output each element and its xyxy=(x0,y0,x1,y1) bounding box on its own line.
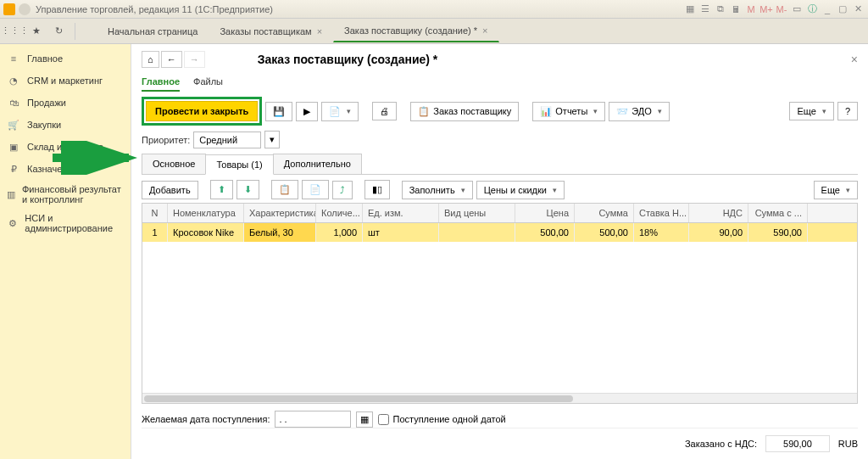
subtab-main[interactable]: Главное xyxy=(142,73,180,92)
td-unit: шт xyxy=(363,223,439,242)
doc-close-icon[interactable]: × xyxy=(851,53,858,66)
close-icon[interactable]: ✕ xyxy=(851,3,865,15)
subtab2-extra[interactable]: Дополнительно xyxy=(273,154,362,174)
subtab-files[interactable]: Файлы xyxy=(193,73,223,92)
back-icon[interactable] xyxy=(19,3,31,15)
submit-close-button[interactable]: Провести и закрыть xyxy=(146,101,258,121)
post-button[interactable]: ▶ xyxy=(296,102,318,121)
desired-date-label: Желаемая дата поступления: xyxy=(142,414,270,424)
pie-icon: ◔ xyxy=(7,74,20,87)
link-button[interactable]: ⤴ xyxy=(332,181,353,199)
single-date-label: Поступление одной датой xyxy=(392,414,505,424)
copy-button[interactable]: 📋 xyxy=(271,180,298,199)
doc-subtabs2: Основное Товары (1) Дополнительно xyxy=(142,154,858,175)
fill-button[interactable]: Заполнить xyxy=(402,181,473,199)
nav-forward-button[interactable]: → xyxy=(184,51,205,68)
sidebar-item-sales[interactable]: 🛍Продажи xyxy=(0,92,131,114)
sidebar-item-finresult[interactable]: ▥Финансовый результат и контроллинг xyxy=(0,180,131,209)
subtab2-basic[interactable]: Основное xyxy=(142,154,206,174)
priority-row: Приоритет: ▾ xyxy=(142,131,858,148)
help-button[interactable]: ? xyxy=(837,102,858,120)
tab-home[interactable]: Начальная страница xyxy=(97,20,209,42)
horizontal-scrollbar[interactable] xyxy=(142,393,857,403)
tab-order-create[interactable]: Заказ поставщику (создание) *× xyxy=(333,20,498,42)
table-row[interactable]: 1 Кросовок Nike Белый, 30 1,000 шт 500,0… xyxy=(142,223,857,242)
window-tool-icon[interactable]: M+ xyxy=(760,3,773,15)
window-tool-icon[interactable]: M- xyxy=(775,3,788,15)
th-n[interactable]: N xyxy=(142,204,168,222)
print-button[interactable]: 🖨 xyxy=(372,102,397,120)
td-sum-vat: 590,00 xyxy=(748,223,808,242)
sidebar-item-crm[interactable]: ◔CRM и маркетинг xyxy=(0,70,131,92)
star-icon[interactable]: ★ xyxy=(27,22,46,41)
priority-dropdown-button[interactable]: ▾ xyxy=(264,131,280,148)
highlight-box: Провести и закрыть xyxy=(142,97,262,126)
move-down-button[interactable]: ⬇ xyxy=(236,180,259,199)
td-vat: 90,00 xyxy=(689,223,748,242)
window-tool-icon[interactable]: ☰ xyxy=(698,3,712,15)
th-nom[interactable]: Номенклатура xyxy=(168,204,244,222)
single-date-checkbox[interactable]: Поступление одной датой xyxy=(378,414,505,425)
total-label: Заказано с НДС: xyxy=(685,439,757,449)
subtab2-goods[interactable]: Товары (1) xyxy=(205,154,273,175)
th-vat[interactable]: НДС xyxy=(689,204,748,222)
sidebar-item-purchases[interactable]: 🛒Закупки xyxy=(0,114,131,136)
doc-toolbar: Провести и закрыть 💾 ▶ 📄 🖨 📋 Заказ поста… xyxy=(142,97,858,126)
nav-back-button[interactable]: ← xyxy=(161,51,182,68)
tab-orders[interactable]: Заказы поставщикам× xyxy=(209,20,333,42)
content: ⌂ ← → Заказ поставщику (создание) * × Гл… xyxy=(131,44,868,459)
window-tool-icon[interactable]: ⓘ xyxy=(805,3,819,15)
priority-input[interactable] xyxy=(193,132,261,148)
th-vat-rate[interactable]: Ставка Н... xyxy=(634,204,689,222)
window-tool-icon[interactable]: ⧉ xyxy=(714,3,727,15)
tab-close-icon[interactable]: × xyxy=(317,26,322,36)
app-logo-icon xyxy=(3,3,15,15)
sidebar-item-main[interactable]: ≡Главное xyxy=(0,48,131,70)
th-price[interactable]: Цена xyxy=(515,204,575,222)
date-picker-button[interactable]: ▦ xyxy=(356,411,373,428)
priority-label: Приоритет: xyxy=(142,135,190,145)
prices-button[interactable]: Цены и скидки xyxy=(476,181,565,199)
sidebar-item-nsi[interactable]: ⚙НСИ и администрирование xyxy=(0,209,131,238)
sidebar: ≡Главное ◔CRM и маркетинг 🛍Продажи 🛒Заку… xyxy=(0,44,131,459)
desired-date-input[interactable] xyxy=(275,411,351,428)
apps-icon[interactable]: ⋮⋮⋮ xyxy=(5,22,24,41)
order-supplier-button[interactable]: 📋 Заказ поставщику xyxy=(410,102,519,121)
minimize-icon[interactable]: _ xyxy=(821,3,834,15)
create-based-button[interactable]: 📄 xyxy=(321,102,359,121)
move-up-button[interactable]: ⬆ xyxy=(210,180,233,199)
paste-button[interactable]: 📄 xyxy=(302,180,329,199)
window-tool-icon[interactable]: 🖩 xyxy=(729,3,743,15)
box-icon: ▣ xyxy=(7,140,20,154)
add-button[interactable]: Добавить xyxy=(142,181,198,199)
td-sum: 500,00 xyxy=(575,223,634,242)
th-char[interactable]: Характеристика xyxy=(244,204,316,222)
highlight-arrow-icon xyxy=(53,141,137,175)
th-price-type[interactable]: Вид цены xyxy=(439,204,515,222)
reports-button[interactable]: 📊 Отчеты xyxy=(532,102,605,121)
td-char: Белый, 30 xyxy=(244,223,316,242)
tab-close-icon[interactable]: × xyxy=(482,25,487,36)
window-tool-icon[interactable]: ▭ xyxy=(790,3,804,15)
cart-icon: 🛒 xyxy=(7,118,20,132)
th-qty[interactable]: Количе... xyxy=(316,204,363,222)
window-tool-icon[interactable]: M xyxy=(744,3,758,15)
more-button[interactable]: Еще xyxy=(789,102,833,120)
gear-icon: ⚙ xyxy=(7,216,18,230)
th-sum[interactable]: Сумма xyxy=(575,204,634,222)
chart-icon: ▥ xyxy=(7,188,15,201)
barcode-button[interactable]: ▮▯ xyxy=(364,180,390,199)
th-unit[interactable]: Ед. изм. xyxy=(363,204,439,222)
th-sum-vat[interactable]: Сумма с ... xyxy=(748,204,808,222)
maximize-icon[interactable]: ▢ xyxy=(836,3,849,15)
single-date-checkbox-input[interactable] xyxy=(378,414,389,425)
bottom-row: Желаемая дата поступления: ▦ Поступление… xyxy=(142,411,858,428)
doc-header: ⌂ ← → Заказ поставщику (создание) * × xyxy=(142,51,858,68)
home-button[interactable]: ⌂ xyxy=(142,51,159,68)
tabbar: ⋮⋮⋮ ★ ↻ Начальная страница Заказы постав… xyxy=(0,19,868,44)
goods-more-button[interactable]: Еще xyxy=(814,181,858,199)
window-tool-icon[interactable]: ▦ xyxy=(683,3,697,15)
save-button[interactable]: 💾 xyxy=(265,102,292,121)
edo-button[interactable]: 📨 ЭДО xyxy=(609,102,670,121)
history-icon[interactable]: ↻ xyxy=(49,22,68,41)
